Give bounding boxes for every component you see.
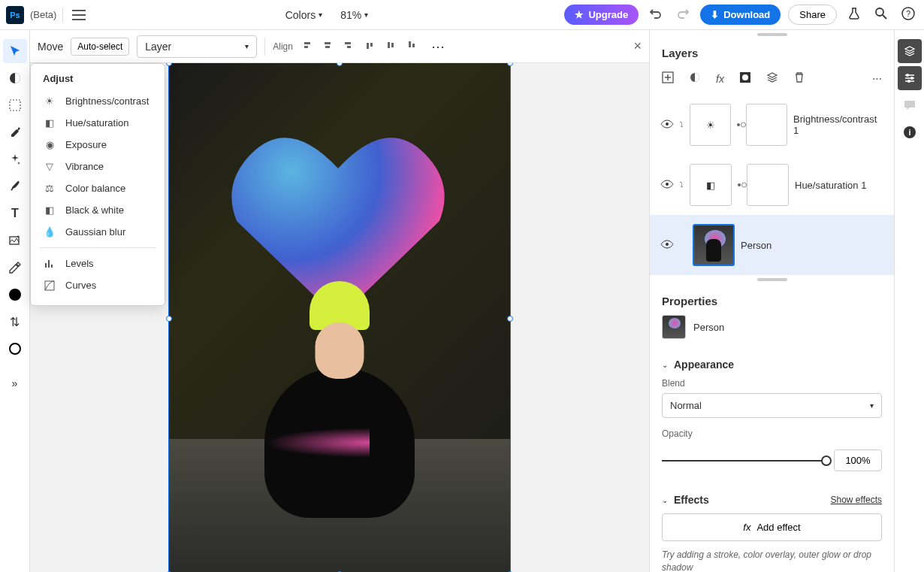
- adjust-vibrance[interactable]: ▽Vibrance: [31, 156, 165, 177]
- adjust-levels[interactable]: Levels: [31, 253, 165, 274]
- svg-point-14: [666, 243, 669, 246]
- generative-tool[interactable]: [3, 228, 27, 253]
- text-tool[interactable]: T: [3, 201, 27, 225]
- mask-button[interactable]: [739, 71, 751, 86]
- properties-panel-toggle[interactable]: [898, 66, 922, 90]
- search-button[interactable]: [871, 4, 891, 26]
- colors-dropdown[interactable]: Colors ▾: [285, 9, 322, 21]
- layer-thumb[interactable]: [693, 224, 735, 266]
- background-color[interactable]: [3, 337, 27, 361]
- align-bottom-icon[interactable]: [406, 39, 418, 53]
- zoom-dropdown[interactable]: 81% ▾: [340, 9, 368, 21]
- stroke-circle-icon: [9, 343, 21, 355]
- layer-mask-thumb[interactable]: [747, 164, 789, 206]
- chevron-down-icon: ⌄: [662, 361, 668, 369]
- layer-thumb[interactable]: ◧: [690, 164, 732, 206]
- color-picker-tool[interactable]: [3, 256, 27, 280]
- redo-button[interactable]: [673, 4, 693, 26]
- info-panel-toggle[interactable]: i: [898, 120, 922, 144]
- target-value: Layer: [145, 41, 171, 53]
- layer-mask-thumb[interactable]: [746, 104, 787, 146]
- appearance-section-head[interactable]: ⌄ Appearance: [650, 348, 894, 378]
- delete-layer-button[interactable]: [793, 71, 805, 86]
- adjust-tool[interactable]: [3, 66, 27, 90]
- more-tools[interactable]: »: [3, 371, 27, 395]
- select-tool[interactable]: [3, 93, 27, 117]
- eyedropper-icon: [8, 126, 22, 139]
- curves-icon: [43, 280, 56, 291]
- levels-icon: [43, 259, 56, 269]
- upgrade-button[interactable]: ★ Upgrade: [564, 5, 639, 25]
- canvas[interactable]: [169, 63, 510, 572]
- effect-hint: Try adding a stroke, color overlay, oute…: [662, 549, 882, 572]
- align-top-icon[interactable]: [364, 39, 376, 53]
- adjust-title: Adjust: [31, 73, 165, 90]
- zoom-value: 81%: [340, 9, 361, 21]
- layers-panel-toggle[interactable]: [898, 39, 922, 63]
- expand-icon[interactable]: ⤵: [680, 121, 684, 129]
- layer-brightness-contrast[interactable]: ⤵ ☀ Brightness/contrast 1: [650, 95, 894, 155]
- visibility-toggle[interactable]: [660, 120, 674, 131]
- hamburger-icon: [72, 10, 86, 20]
- blend-select[interactable]: Normal ▾: [662, 393, 882, 418]
- move-tool[interactable]: [3, 39, 27, 63]
- foreground-color[interactable]: [3, 283, 27, 307]
- visibility-toggle[interactable]: [660, 240, 674, 251]
- download-button[interactable]: ⬇ Download: [700, 5, 781, 25]
- opacity-slider[interactable]: [662, 460, 826, 462]
- auto-select-toggle[interactable]: Auto-select: [71, 38, 129, 56]
- eye-icon: [660, 120, 674, 129]
- mask-icon: [739, 71, 751, 83]
- target-select[interactable]: Layer ▾: [137, 35, 257, 58]
- adjust-gaussian-blur[interactable]: 💧Gaussian blur: [31, 221, 165, 243]
- adjust-black-white[interactable]: ◧Black & white: [31, 199, 165, 221]
- tool-name: Move: [38, 41, 63, 53]
- add-layer-button[interactable]: [662, 71, 674, 86]
- eyedropper-tool[interactable]: [3, 120, 27, 144]
- layer-thumb[interactable]: ☀: [690, 104, 731, 146]
- add-effect-button[interactable]: fx Add effect: [662, 513, 882, 541]
- layers-stack-button[interactable]: [766, 71, 778, 86]
- align-right-icon[interactable]: [343, 39, 355, 53]
- help-icon: ?: [901, 7, 915, 20]
- show-effects-link[interactable]: Show effects: [831, 495, 882, 505]
- beaker-button[interactable]: [844, 4, 864, 26]
- more-options[interactable]: ⋯: [431, 38, 445, 55]
- align-center-h-icon[interactable]: [322, 39, 334, 53]
- adjust-hue-saturation[interactable]: ◧Hue/saturation: [31, 112, 165, 134]
- slider-knob[interactable]: [821, 455, 832, 466]
- align-left-icon[interactable]: [300, 39, 313, 53]
- drop-icon: 💧: [43, 226, 56, 238]
- expand-icon[interactable]: ⤵: [680, 181, 684, 189]
- adjust-exposure[interactable]: ◉Exposure: [31, 134, 165, 156]
- app-logo[interactable]: Ps: [6, 6, 24, 24]
- adjustment-layer-button[interactable]: [689, 71, 701, 86]
- adjust-color-balance[interactable]: ⚖Color balance: [31, 177, 165, 199]
- half-circle-icon: [689, 71, 701, 83]
- layers-more[interactable]: ⋯: [872, 73, 882, 84]
- panel-drag-handle[interactable]: [650, 275, 894, 284]
- effects-section-head[interactable]: ⌄ Effects Show effects: [650, 483, 894, 513]
- panel-drag-handle[interactable]: [650, 30, 894, 39]
- layer-hue-saturation[interactable]: ⤵ ◧ Hue/saturation 1: [650, 155, 894, 215]
- adjust-brightness-contrast[interactable]: ☀Brightness/contrast: [31, 90, 165, 112]
- opacity-input[interactable]: [834, 449, 882, 471]
- comments-panel-toggle[interactable]: [898, 93, 922, 117]
- hamburger-menu[interactable]: [69, 7, 89, 23]
- spot-heal-tool[interactable]: [3, 147, 27, 171]
- undo-button[interactable]: [646, 4, 666, 26]
- align-middle-v-icon[interactable]: [385, 39, 397, 53]
- help-button[interactable]: ?: [898, 4, 918, 26]
- star-icon: ★: [575, 9, 584, 20]
- visibility-toggle[interactable]: [660, 180, 674, 191]
- balance-icon: ⚖: [43, 183, 56, 194]
- swap-colors[interactable]: ⇅: [3, 310, 27, 334]
- layer-person[interactable]: Person: [650, 215, 894, 275]
- fx-button[interactable]: fx: [716, 73, 724, 85]
- search-icon: [874, 7, 888, 20]
- brush-tool[interactable]: [3, 174, 27, 198]
- svg-point-12: [666, 123, 669, 126]
- close-options[interactable]: ×: [633, 38, 642, 54]
- share-button[interactable]: Share: [788, 5, 837, 25]
- adjust-curves[interactable]: Curves: [31, 274, 165, 296]
